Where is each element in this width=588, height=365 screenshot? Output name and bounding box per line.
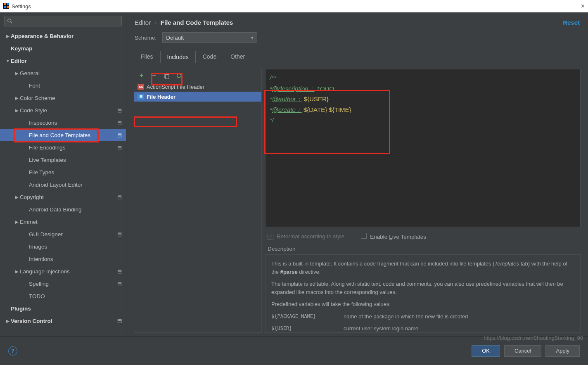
svg-rect-2 <box>7 3 9 5</box>
svg-rect-3 <box>4 6 6 8</box>
apply-button[interactable]: Apply <box>545 345 580 357</box>
list-item-file-header[interactable]: ☰ File Header <box>134 92 261 102</box>
cancel-button[interactable]: Cancel <box>504 345 541 357</box>
tab-files[interactable]: Files <box>134 50 160 63</box>
enable-live-checkbox[interactable] <box>361 233 367 239</box>
crumb-editor[interactable]: Editor <box>135 19 151 26</box>
svg-rect-8 <box>165 74 168 78</box>
reset-link[interactable]: Reset <box>563 19 580 26</box>
description-p1: This is a built-in template. It contains… <box>271 260 574 276</box>
sidebar-item-copyright[interactable]: ▶Copyright⬒ <box>0 191 126 203</box>
sidebar-item-android-layout[interactable]: ▶Android Layout Editor <box>0 178 126 191</box>
editor-options: Reformat according to style Enable Live … <box>265 227 581 246</box>
sidebar-item-images[interactable]: ▶Images <box>0 240 126 253</box>
sidebar-item-file-code-templates[interactable]: ▶File and Code Templates⬒ <box>0 129 126 141</box>
svg-line-6 <box>11 22 12 24</box>
main-panel: Editor › File and Code Templates Reset S… <box>126 12 588 336</box>
var-row: ${PACKAGE_NAME}name of the package in wh… <box>271 313 574 321</box>
sidebar-item-keymap[interactable]: ▶Keymap <box>0 42 126 55</box>
sidebar-item-appearance[interactable]: ▶Appearance & Behavior <box>0 30 126 42</box>
ok-button[interactable]: OK <box>472 345 500 357</box>
sidebar-item-color-scheme[interactable]: ▶Color Scheme <box>0 92 126 104</box>
titlebar: Settings × <box>0 0 588 12</box>
dialog-footer: ? OK Cancel Apply <box>0 336 588 365</box>
tab-other[interactable]: Other <box>223 50 252 63</box>
refresh-icon[interactable] <box>175 72 182 79</box>
chevron-right-icon: › <box>155 20 156 25</box>
sidebar-item-code-style[interactable]: ▶Code Style⬒ <box>0 104 126 116</box>
sidebar-item-gui-designer[interactable]: ▶GUI Designer⬒ <box>0 228 126 240</box>
breadcrumb: Editor › File and Code Templates Reset <box>126 12 588 32</box>
sidebar-item-inspections[interactable]: ▶Inspections⬒ <box>0 116 126 129</box>
modified-icon: ⬒ <box>117 107 122 113</box>
sidebar-item-lang-injections[interactable]: ▶Language Injections⬒ <box>0 265 126 277</box>
svg-rect-1 <box>4 3 6 5</box>
svg-point-5 <box>8 19 11 22</box>
settings-sidebar: ▶Appearance & Behavior ▶Keymap ▼Editor ▶… <box>0 12 126 336</box>
actionscript-badge-icon: AS <box>138 84 144 90</box>
sidebar-item-todo[interactable]: ▶TODO <box>0 290 126 302</box>
sidebar-item-emmet[interactable]: ▶Emmet <box>0 216 126 228</box>
remove-icon[interactable]: − <box>151 72 157 79</box>
template-list-panel: + − AS ActionScript File Header <box>134 69 262 333</box>
description-box: This is a built-in template. It contains… <box>265 254 581 333</box>
template-editor[interactable]: /** *@description： TODO *@author： ${USER… <box>265 69 581 227</box>
sidebar-item-file-encodings[interactable]: ▶File Encodings⬒ <box>0 141 126 154</box>
modified-icon: ⬒ <box>117 132 122 138</box>
sidebar-item-font[interactable]: ▶Font <box>0 79 126 92</box>
close-icon[interactable]: × <box>581 2 585 10</box>
modified-icon: ⬒ <box>117 318 122 324</box>
description-label: Description <box>265 246 581 254</box>
template-list: AS ActionScript File Header ☰ File Heade… <box>134 82 261 332</box>
modified-icon: ⬒ <box>117 231 122 237</box>
list-item-actionscript[interactable]: AS ActionScript File Header <box>134 82 261 92</box>
settings-tree: ▶Appearance & Behavior ▶Keymap ▼Editor ▶… <box>0 30 126 336</box>
copy-icon[interactable] <box>163 72 170 79</box>
template-toolbar: + − <box>134 69 261 82</box>
file-badge-icon: ☰ <box>138 94 144 100</box>
description-p2: The template is editable. Along with sta… <box>271 280 574 296</box>
window-title: Settings <box>12 3 31 9</box>
crumb-current: File and Code Templates <box>161 19 233 26</box>
sidebar-item-version-control[interactable]: ▶Version Control⬒ <box>0 315 126 327</box>
reformat-label: Reformat according to style <box>277 233 344 239</box>
help-icon[interactable]: ? <box>8 346 17 356</box>
sidebar-item-spelling[interactable]: ▶Spelling⬒ <box>0 277 126 290</box>
sidebar-item-editor[interactable]: ▼Editor <box>0 55 126 67</box>
sidebar-item-file-types[interactable]: ▶File Types <box>0 166 126 178</box>
sidebar-item-live-templates[interactable]: ▶Live Templates <box>0 154 126 166</box>
modified-icon: ⬒ <box>117 281 122 287</box>
add-icon[interactable]: + <box>138 72 145 79</box>
modified-icon: ⬒ <box>117 268 122 274</box>
reformat-checkbox <box>268 234 273 239</box>
sidebar-item-general[interactable]: ▶General <box>0 67 126 79</box>
modified-icon: ⬒ <box>117 194 122 200</box>
modified-icon: ⬒ <box>117 145 122 150</box>
svg-rect-4 <box>7 6 9 8</box>
enable-live-label: Enable Live Templates <box>370 234 426 240</box>
sidebar-item-intentions[interactable]: ▶Intentions <box>0 253 126 265</box>
description-p3: Predefined variables will take the follo… <box>271 300 574 308</box>
tab-code[interactable]: Code <box>196 50 223 63</box>
scheme-label: Scheme: <box>135 35 156 41</box>
search-input[interactable] <box>4 16 122 26</box>
var-row: ${USER}current user system login name <box>271 325 574 333</box>
search-icon <box>7 18 13 24</box>
sidebar-item-android-data-binding[interactable]: ▶Android Data Binding <box>0 203 126 216</box>
modified-icon: ⬒ <box>117 120 122 126</box>
app-icon <box>3 3 9 10</box>
scheme-select[interactable]: Default <box>162 32 257 43</box>
tab-includes[interactable]: Includes <box>160 51 196 63</box>
sidebar-item-plugins[interactable]: ▶Plugins <box>0 302 126 315</box>
template-tabs: Files Includes Code Other <box>126 50 588 63</box>
